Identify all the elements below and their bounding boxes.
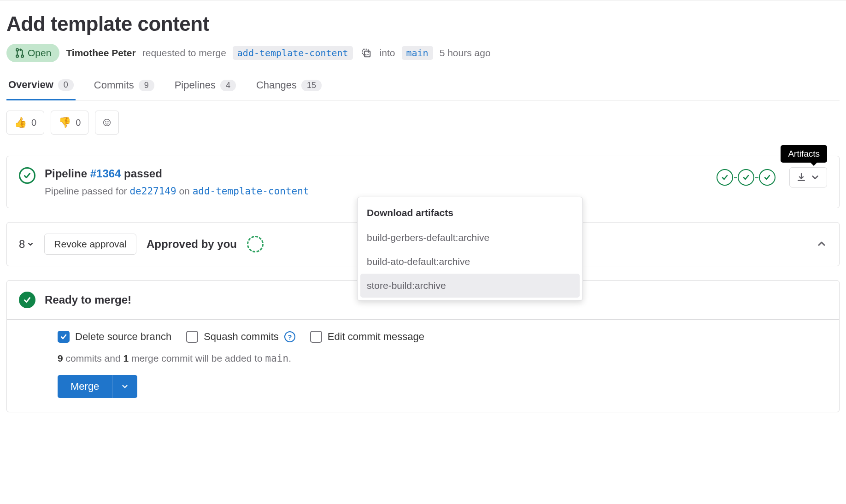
- pipeline-status-icon: [19, 167, 35, 184]
- thumbs-down-count: 0: [76, 117, 81, 128]
- pipeline-branch-link[interactable]: add-template-content: [193, 186, 309, 197]
- delete-source-branch-label: Delete source branch: [75, 331, 171, 343]
- pipeline-id-link[interactable]: #1364: [90, 167, 121, 180]
- merge-commit-note: 9 commits and 1 merge commit will be add…: [58, 353, 827, 364]
- check-icon: [742, 174, 750, 181]
- artifact-item[interactable]: build-gerbers-default:archive: [358, 226, 582, 250]
- check-icon: [23, 171, 31, 180]
- smiley-icon: [103, 117, 111, 128]
- merge-button-group: Merge: [58, 375, 137, 398]
- merge-request-icon: [15, 48, 25, 58]
- tab-count: 9: [139, 80, 154, 91]
- chevron-down-icon: [121, 382, 129, 391]
- copy-icon: [361, 48, 371, 58]
- tab-label: Pipelines: [175, 79, 216, 91]
- check-icon: [721, 174, 728, 181]
- approved-by-you-label: Approved by you: [147, 238, 237, 251]
- thumbs-up-icon: 👍: [14, 117, 27, 129]
- into-text: into: [380, 47, 395, 59]
- tab-commits[interactable]: Commits 9: [92, 79, 156, 100]
- merge-note-text: .: [288, 353, 291, 363]
- pipeline-stages: Artifacts: [717, 167, 827, 188]
- download-icon: [796, 172, 806, 182]
- artifact-item[interactable]: store-build:archive: [360, 274, 580, 298]
- approver-count-number: 8: [19, 238, 25, 251]
- ready-to-merge-icon: [19, 292, 35, 308]
- chevron-down-icon: [27, 240, 34, 248]
- requested-text: requested to merge: [142, 47, 226, 59]
- merge-dropdown-button[interactable]: [112, 375, 137, 398]
- revoke-approval-button[interactable]: Revoke approval: [44, 234, 136, 255]
- tab-count: 4: [220, 80, 236, 91]
- check-icon: [764, 174, 771, 181]
- chevron-down-icon: [810, 172, 820, 182]
- collapse-approval-button[interactable]: [816, 238, 827, 251]
- thumbs-down-icon: 👎: [59, 117, 71, 129]
- tab-label: Changes: [256, 79, 297, 91]
- artifacts-tooltip: Artifacts: [781, 145, 827, 163]
- thumbs-up-count: 0: [31, 117, 36, 128]
- squash-commits-checkbox[interactable]: Squash commits ?: [186, 331, 295, 343]
- reaction-row: 👍 0 👎 0: [6, 111, 840, 135]
- help-icon[interactable]: ?: [284, 331, 295, 342]
- mr-status-badge: Open: [6, 44, 59, 62]
- tab-pipelines[interactable]: Pipelines 4: [173, 79, 238, 100]
- artifacts-dropdown: Download artifacts build-gerbers-default…: [357, 197, 583, 301]
- copy-branch-button[interactable]: [359, 46, 373, 60]
- pipeline-suffix: passed: [121, 167, 162, 180]
- svg-rect-4: [364, 51, 370, 57]
- pipeline-sub-mid: on: [176, 186, 193, 196]
- commit-count: 9: [58, 353, 63, 363]
- pipeline-stage[interactable]: [759, 169, 776, 186]
- checkbox-icon: [310, 331, 322, 343]
- target-branch-chip[interactable]: main: [402, 46, 433, 60]
- tab-count: 0: [58, 79, 74, 91]
- delete-source-branch-checkbox[interactable]: Delete source branch: [58, 331, 171, 343]
- commit-sha-link[interactable]: de227149: [129, 186, 176, 197]
- svg-rect-3: [362, 49, 368, 55]
- tab-count: 15: [301, 80, 322, 91]
- tab-label: Overview: [8, 79, 53, 91]
- mr-status-label: Open: [28, 47, 51, 59]
- mr-meta-row: Open Timothee Peter requested to merge a…: [6, 44, 840, 62]
- ready-to-merge-label: Ready to merge!: [45, 293, 131, 306]
- merge-commit-count: 1: [123, 353, 129, 363]
- pipeline-subtitle: Pipeline passed for de227149 on add-temp…: [45, 186, 707, 197]
- pipeline-stage[interactable]: [717, 169, 733, 186]
- svg-point-2: [21, 55, 24, 57]
- chevron-up-icon: [816, 238, 827, 249]
- mr-author[interactable]: Timothee Peter: [66, 47, 135, 59]
- svg-point-5: [104, 119, 111, 126]
- mr-time-ago: 5 hours ago: [440, 47, 491, 59]
- mr-tabs: Overview 0 Commits 9 Pipelines 4 Changes…: [6, 79, 840, 100]
- svg-point-1: [16, 55, 18, 57]
- approver-avatar[interactable]: [247, 236, 264, 252]
- pipeline-stage[interactable]: [738, 169, 754, 186]
- svg-point-6: [106, 122, 106, 122]
- artifact-item[interactable]: build-ato-default:archive: [358, 250, 582, 274]
- thumbs-up-button[interactable]: 👍 0: [6, 111, 44, 135]
- pipeline-title: Pipeline #1364 passed: [45, 167, 707, 180]
- checkbox-icon: [186, 331, 198, 343]
- pipeline-sub-prefix: Pipeline passed for: [45, 186, 129, 196]
- merge-note-text: merge commit will be added to: [129, 353, 265, 363]
- checkbox-icon: [58, 331, 70, 343]
- pipeline-card: Pipeline #1364 passed Pipeline passed fo…: [6, 156, 840, 208]
- edit-commit-message-label: Edit commit message: [328, 331, 424, 343]
- tab-label: Commits: [94, 79, 134, 91]
- svg-point-7: [108, 122, 108, 122]
- check-icon: [23, 296, 31, 304]
- merge-note-text: commits and: [63, 353, 123, 363]
- download-artifacts-button[interactable]: [789, 167, 827, 188]
- merge-target-branch: main: [265, 353, 289, 364]
- source-branch-chip[interactable]: add-template-content: [233, 46, 353, 60]
- merge-button[interactable]: Merge: [58, 375, 112, 398]
- edit-commit-message-checkbox[interactable]: Edit commit message: [310, 331, 424, 343]
- approver-count[interactable]: 8: [19, 238, 34, 251]
- squash-commits-label: Squash commits: [204, 331, 279, 343]
- add-reaction-button[interactable]: [95, 111, 119, 135]
- thumbs-down-button[interactable]: 👎 0: [51, 111, 88, 135]
- tab-changes[interactable]: Changes 15: [254, 79, 323, 100]
- tab-overview[interactable]: Overview 0: [6, 79, 76, 100]
- pipeline-prefix: Pipeline: [45, 167, 90, 180]
